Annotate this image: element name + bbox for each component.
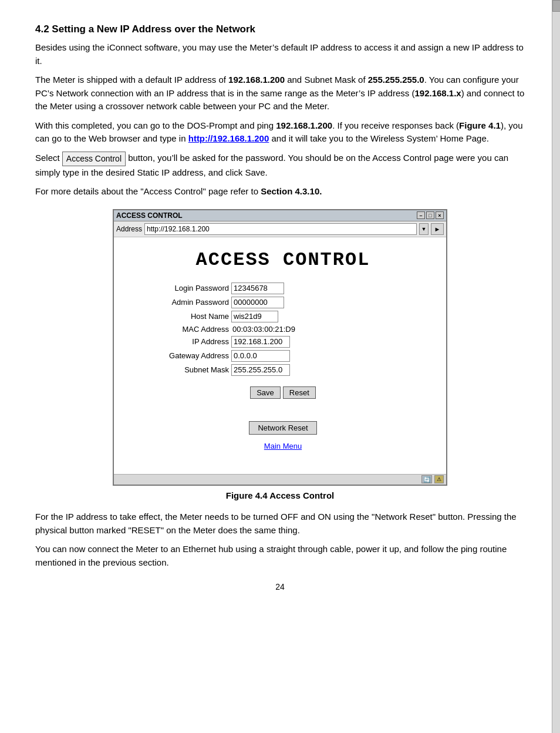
para2-before: The Meter is shipped with a default IP a…	[35, 75, 228, 85]
login-password-row: Login Password	[155, 283, 284, 294]
browser-content: ACCESS CONTROL Login Password Admin Pass…	[114, 237, 446, 474]
login-password-label: Login Password	[155, 284, 231, 292]
subnet-mask-row: Subnet Mask	[155, 364, 290, 376]
address-go-button[interactable]: ►	[431, 223, 444, 235]
network-reset-button[interactable]: Network Reset	[249, 421, 316, 435]
address-label: Address	[116, 225, 142, 233]
subnet-mask-label: Subnet Mask	[155, 365, 231, 374]
para3-after: and it will take you to the Wireless Sys…	[269, 133, 489, 143]
paragraph3: With this completed, you can go to the D…	[35, 119, 525, 146]
para3-ip3: 192.168.1.200	[276, 120, 332, 130]
gateway-address-input[interactable]	[231, 350, 290, 362]
paragraph5: For more details about the "Access Contr…	[35, 185, 525, 199]
admin-password-row: Admin Password	[155, 297, 284, 308]
browser-window: ACCESS CONTROL – □ × Address ▼ ► ACCESS …	[113, 209, 447, 486]
paragraph4: Select Access Control button, you’ll be …	[35, 152, 525, 180]
para4-before: Select	[35, 153, 62, 163]
mac-address-value: 00:03:03:00:21:D9	[231, 325, 295, 334]
browser-title: ACCESS CONTROL	[116, 211, 183, 220]
host-name-input[interactable]	[231, 311, 278, 322]
paragraph6: For the IP address to take effect, the M…	[35, 510, 525, 537]
para5-bold: Section 4.3.10.	[261, 186, 322, 196]
browser-titlebar: ACCESS CONTROL – □ ×	[114, 210, 446, 221]
para2-mask1: 255.255.255.0	[368, 75, 424, 85]
paragraph7: You can now connect the Meter to an Ethe…	[35, 543, 525, 569]
reset-button[interactable]: Reset	[283, 386, 316, 399]
minimize-button[interactable]: –	[417, 211, 425, 219]
section-heading: 4.2 Setting a New IP Address over the Ne…	[35, 23, 525, 35]
subnet-mask-input[interactable]	[231, 364, 290, 376]
save-button[interactable]: Save	[250, 386, 281, 399]
mac-address-label: MAC Address	[155, 325, 231, 334]
address-input[interactable]	[144, 223, 417, 235]
gateway-address-label: Gateway Address	[155, 351, 231, 360]
access-control-inline-button[interactable]: Access Control	[62, 152, 126, 166]
status-icon: 🔄	[421, 475, 432, 483]
gateway-address-row: Gateway Address	[155, 350, 290, 362]
ip-address-input[interactable]	[231, 336, 290, 348]
para3-fig: Figure 4.1	[459, 120, 501, 130]
page-heading: ACCESS CONTROL	[131, 249, 434, 271]
admin-password-label: Admin Password	[155, 298, 231, 307]
para3-mid: . If you receive responses back (	[332, 120, 459, 130]
mac-address-row: MAC Address 00:03:03:00:21:D9	[155, 325, 295, 334]
scrollbar-thumb[interactable]	[552, 0, 560, 12]
ip-address-row: IP Address	[155, 336, 290, 348]
host-name-label: Host Name	[155, 312, 231, 321]
para2-mid1: and Subnet Mask of	[285, 75, 368, 85]
para5-before: For more details about the "Access Contr…	[35, 186, 261, 196]
form-buttons: Save Reset	[131, 386, 434, 399]
titlebar-controls: – □ ×	[417, 211, 444, 219]
paragraph1: Besides using the iConnect software, you…	[35, 41, 525, 68]
browser-addressbar: Address ▼ ►	[114, 221, 446, 237]
host-name-row: Host Name	[155, 311, 278, 322]
ip-address-label: IP Address	[155, 337, 231, 346]
browser-statusbar: 🔄 ⚠	[114, 474, 446, 485]
para2-ip1: 192.168.1.200	[228, 75, 285, 85]
para3-before: With this completed, you can go to the D…	[35, 120, 276, 130]
paragraph2: The Meter is shipped with a default IP a…	[35, 73, 525, 113]
admin-password-input[interactable]	[231, 297, 284, 308]
maximize-button[interactable]: □	[426, 211, 434, 219]
main-menu-link[interactable]: Main Menu	[131, 442, 434, 450]
para2-ip2: 192.168.1.x	[414, 88, 461, 98]
security-icon: ⚠	[434, 475, 444, 483]
login-password-input[interactable]	[231, 283, 284, 294]
close-button[interactable]: ×	[436, 211, 444, 219]
figure-caption: Figure 4.4 Access Control	[35, 489, 525, 503]
para3-url[interactable]: http://192.168.1.200	[188, 133, 269, 143]
browser-scrollbar[interactable]	[552, 0, 560, 733]
page-number: 24	[35, 581, 525, 593]
address-dropdown[interactable]: ▼	[419, 223, 429, 235]
